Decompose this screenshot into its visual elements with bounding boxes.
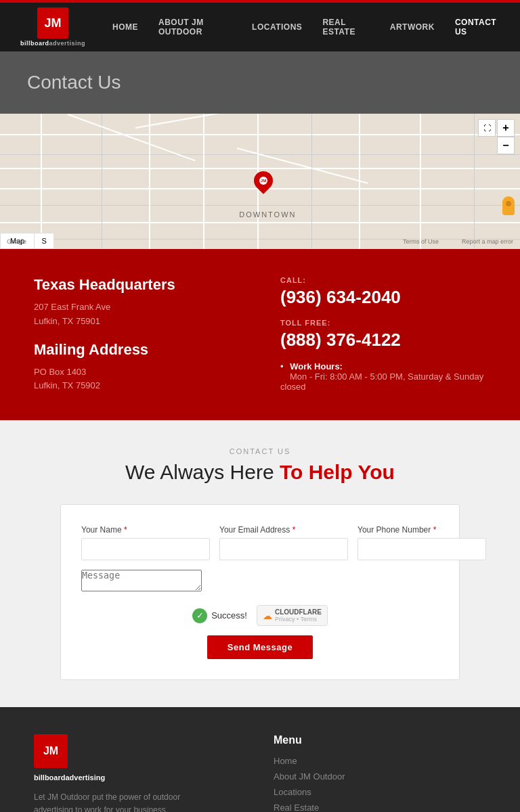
message-field	[81, 570, 439, 594]
success-badge: ✓ Success!	[192, 608, 247, 623]
contact-left: Texas Headquarters 207 East Frank Ave Lu…	[34, 276, 240, 393]
cloudflare-badge: ☁ CLOUDFLARE Privacy • Terms	[257, 605, 328, 626]
send-message-button[interactable]: Send Message	[207, 635, 313, 659]
tollfree-number[interactable]: (888) 376-4122	[280, 330, 486, 351]
footer-link-about[interactable]: About JM Outdoor	[274, 771, 486, 782]
logo-wrapper[interactable]: JM billboardadvertising	[20, 7, 85, 47]
zoom-out-button[interactable]: −	[497, 137, 515, 154]
map-area-label: DOWNTOWN	[239, 210, 296, 219]
contact-form-section: CONTACT US We Always Here To Help You Yo…	[0, 420, 520, 707]
mailing-title: Mailing Address	[34, 341, 240, 359]
form-bottom: ✓ Success! ☁ CLOUDFLARE Privacy • Terms …	[81, 605, 439, 659]
footer-left: JM billboardadvertising Let JM Outdoor p…	[34, 734, 246, 812]
email-field: Your Email Address *	[219, 525, 348, 560]
page-title: Contact Us	[27, 72, 493, 93]
message-input[interactable]	[81, 570, 202, 591]
map-tab-satellite[interactable]: S	[35, 233, 53, 249]
call-number[interactable]: (936) 634-2040	[280, 287, 486, 308]
form-section-title: We Always Here To Help You	[14, 461, 506, 484]
map-pin: JM	[254, 171, 273, 190]
map-report[interactable]: Report a map error	[462, 238, 513, 245]
success-text: Success!	[211, 610, 247, 621]
page-banner: Contact Us	[0, 51, 520, 114]
name-label: Your Name *	[81, 525, 210, 535]
tollfree-label: TOLL FREE:	[280, 319, 486, 327]
mailing-line2: Lufkin, TX 75902	[34, 379, 240, 393]
work-hours-text: Mon - Fri: 8:00 AM - 5:00 PM, Saturday &…	[280, 371, 483, 392]
footer-menu-title: Menu	[274, 734, 486, 746]
footer-menu: Home About JM Outdoor Locations Real Est…	[274, 756, 486, 812]
logo-icon: JM	[37, 7, 68, 39]
google-logo: Google	[7, 238, 26, 245]
footer-description: Let JM Outdoor put the power of outdoor …	[34, 791, 183, 812]
email-input[interactable]	[219, 538, 348, 560]
map-terms[interactable]: Terms of Use	[403, 238, 439, 245]
footer-link-locations[interactable]: Locations	[274, 787, 486, 797]
cloudflare-terms: Privacy • Terms	[275, 616, 322, 623]
success-icon: ✓	[192, 608, 207, 623]
call-label: CALL:	[280, 276, 486, 284]
footer-link-home[interactable]: Home	[274, 756, 486, 766]
map-background: DOWNTOWN JM ⛶ + − Map S Google Terms of …	[0, 114, 520, 249]
success-row: ✓ Success! ☁ CLOUDFLARE Privacy • Terms	[192, 605, 328, 626]
nav-locations[interactable]: LOCATIONS	[252, 22, 302, 32]
footer-link-realestate[interactable]: Real Estate	[274, 803, 486, 812]
fullscreen-button[interactable]: ⛶	[478, 119, 496, 137]
hq-address2: Lufkin, TX 75901	[34, 315, 240, 329]
cloudflare-label: CLOUDFLARE	[275, 608, 322, 616]
cloudflare-icon: ☁	[263, 610, 272, 621]
form-section-label: CONTACT US	[14, 447, 506, 455]
email-label: Your Email Address *	[219, 525, 348, 535]
logo-tagline: billboardadvertising	[20, 40, 85, 47]
nav-about[interactable]: ABOUT JM OUTDOOR	[158, 18, 232, 37]
contact-right: CALL: (936) 634-2040 TOLL FREE: (888) 37…	[280, 276, 486, 393]
phone-input[interactable]	[358, 538, 486, 560]
nav-artwork[interactable]: ARTWORK	[390, 22, 435, 32]
contact-info-box: Texas Headquarters 207 East Frank Ave Lu…	[0, 249, 520, 420]
site-header: JM billboardadvertising HOME ABOUT JM OU…	[0, 3, 520, 51]
name-input[interactable]	[81, 538, 210, 560]
hq-title: Texas Headquarters	[34, 276, 240, 294]
footer-tagline: billboardadvertising	[34, 773, 246, 782]
zoom-in-button[interactable]: +	[497, 119, 515, 137]
phone-field: Your Phone Number *	[358, 525, 486, 560]
pegman-icon	[502, 196, 515, 215]
form-row-top: Your Name * Your Email Address * Your Ph…	[81, 525, 439, 560]
nav-real-estate[interactable]: REAL ESTATE	[322, 18, 369, 37]
mailing-line1: PO Box 1403	[34, 365, 240, 380]
phone-label: Your Phone Number *	[358, 525, 486, 535]
nav-contact[interactable]: CONTACT US	[455, 18, 500, 37]
main-nav: HOME ABOUT JM OUTDOOR LOCATIONS REAL EST…	[112, 18, 500, 37]
hq-address1: 207 East Frank Ave	[34, 300, 240, 315]
work-hours: • Work Hours: Mon - Fri: 8:00 AM - 5:00 …	[280, 361, 486, 392]
footer-right: Menu Home About JM Outdoor Locations Rea…	[274, 734, 486, 812]
name-field: Your Name *	[81, 525, 210, 560]
nav-home[interactable]: HOME	[112, 22, 138, 32]
form-container: Your Name * Your Email Address * Your Ph…	[60, 504, 460, 680]
map-section: DOWNTOWN JM ⛶ + − Map S Google Terms of …	[0, 114, 520, 249]
site-footer: JM billboardadvertising Let JM Outdoor p…	[0, 707, 520, 812]
footer-logo: JM	[34, 734, 68, 768]
